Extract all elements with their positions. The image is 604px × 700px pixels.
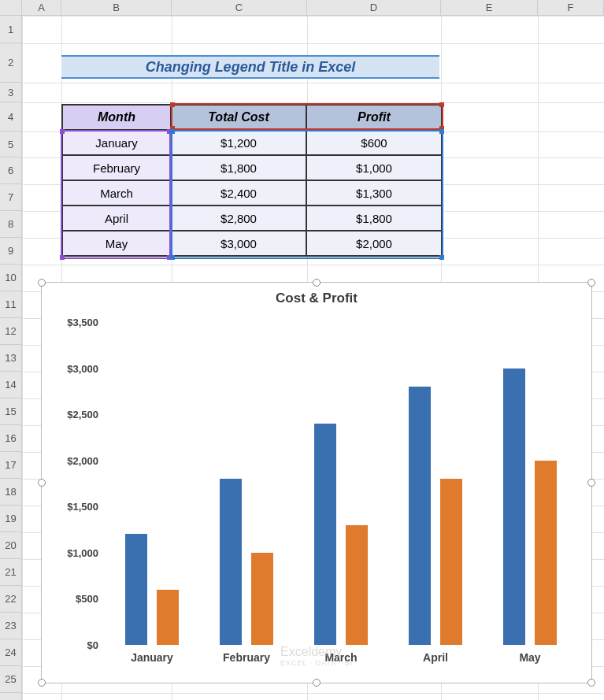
row-header[interactable]: 20 xyxy=(0,532,22,559)
table-row: January$1,200$600 xyxy=(62,130,442,155)
column-header[interactable]: E xyxy=(441,0,538,16)
cell-month[interactable]: May xyxy=(62,231,171,256)
sheet-title-banner: Changing Legend Title in Excel xyxy=(61,55,439,79)
row-header[interactable]: 9 xyxy=(0,238,22,265)
row-header[interactable]: 26 xyxy=(0,693,22,700)
column-header[interactable]: B xyxy=(61,0,172,16)
bar-cost[interactable] xyxy=(220,479,242,645)
cell-profit[interactable]: $1,000 xyxy=(306,155,442,180)
y-axis-tick: $3,500 xyxy=(50,317,98,328)
chart-plot-area[interactable]: $0$500$1,000$1,500$2,000$2,500$3,000$3,5… xyxy=(105,322,577,645)
cell-month[interactable]: March xyxy=(62,180,171,206)
row-header[interactable]: 17 xyxy=(0,452,22,479)
cell-profit[interactable]: $2,000 xyxy=(306,231,442,256)
row-header[interactable]: 6 xyxy=(0,157,22,184)
chart-resize-handle[interactable] xyxy=(587,479,595,487)
x-axis-label: January xyxy=(131,651,173,664)
row-header[interactable]: 10 xyxy=(0,265,22,291)
row-header[interactable]: 11 xyxy=(0,291,22,318)
table-header-row: Month Total Cost Profit xyxy=(62,105,442,130)
table-row: April$2,800$1,800 xyxy=(62,206,442,231)
row-header[interactable]: 24 xyxy=(0,639,22,666)
row-header[interactable]: 1 xyxy=(0,16,22,43)
spreadsheet-grid[interactable]: ABCDEF 123456789101112131415161718192021… xyxy=(0,0,604,700)
chart-resize-handle[interactable] xyxy=(38,279,46,287)
table-row: March$2,400$1,300 xyxy=(62,180,442,206)
cell-cost[interactable]: $1,200 xyxy=(171,130,306,155)
row-header[interactable]: 19 xyxy=(0,506,22,532)
row-header[interactable]: 14 xyxy=(0,372,22,398)
y-axis-tick: $3,000 xyxy=(50,362,98,374)
chart-resize-handle[interactable] xyxy=(313,279,321,287)
cell-profit[interactable]: $1,300 xyxy=(306,180,442,206)
chart-resize-handle[interactable] xyxy=(38,679,46,687)
row-header[interactable]: 22 xyxy=(0,586,22,613)
row-header[interactable]: 21 xyxy=(0,559,22,586)
cell-cost[interactable]: $1,800 xyxy=(171,155,306,180)
chart-resize-handle[interactable] xyxy=(587,279,595,287)
bar-cost[interactable] xyxy=(125,534,147,645)
y-axis-tick: $1,500 xyxy=(50,501,98,513)
select-all-corner[interactable] xyxy=(0,0,22,16)
row-header[interactable]: 23 xyxy=(0,613,22,639)
row-header[interactable]: 13 xyxy=(0,345,22,372)
bar-profit[interactable] xyxy=(535,461,557,645)
bar-cost[interactable] xyxy=(314,424,336,645)
row-header[interactable]: 8 xyxy=(0,211,22,238)
row-header[interactable]: 16 xyxy=(0,425,22,452)
header-month[interactable]: Month xyxy=(62,105,171,130)
row-header[interactable]: 5 xyxy=(0,131,22,157)
x-axis-label: February xyxy=(223,651,270,664)
bar-profit[interactable] xyxy=(440,479,462,645)
chart-resize-handle[interactable] xyxy=(587,679,595,687)
column-header[interactable]: D xyxy=(307,0,441,16)
cell-cost[interactable]: $3,000 xyxy=(171,231,306,256)
cell-profit[interactable]: $1,800 xyxy=(306,206,442,231)
x-axis-label: March xyxy=(324,651,357,664)
table-row: February$1,800$1,000 xyxy=(62,155,442,180)
column-header[interactable]: A xyxy=(22,0,61,16)
chart-resize-handle[interactable] xyxy=(38,479,46,487)
row-header[interactable]: 25 xyxy=(0,666,22,693)
cell-cost[interactable]: $2,400 xyxy=(171,180,306,206)
cell-month[interactable]: April xyxy=(62,206,171,231)
x-axis-label: May xyxy=(519,651,540,664)
chart-object[interactable]: Cost & Profit $0$500$1,000$1,500$2,000$2… xyxy=(41,282,592,683)
row-header[interactable]: 12 xyxy=(0,318,22,345)
row-header[interactable]: 15 xyxy=(0,398,22,425)
data-table[interactable]: Month Total Cost Profit January$1,200$60… xyxy=(61,104,443,257)
y-axis-tick: $0 xyxy=(50,639,98,651)
header-profit[interactable]: Profit xyxy=(306,105,442,130)
y-axis-tick: $1,000 xyxy=(50,546,98,558)
y-axis-tick: $2,000 xyxy=(50,454,98,466)
cell-month[interactable]: February xyxy=(62,155,171,180)
bar-profit[interactable] xyxy=(251,553,273,645)
table-row: May$3,000$2,000 xyxy=(62,231,442,256)
column-header[interactable]: C xyxy=(172,0,307,16)
x-axis-label: April xyxy=(423,651,448,664)
cell-month[interactable]: January xyxy=(62,130,171,155)
chart-resize-handle[interactable] xyxy=(313,679,321,687)
header-cost[interactable]: Total Cost xyxy=(171,105,306,130)
row-header[interactable]: 7 xyxy=(0,184,22,211)
chart-title[interactable]: Cost & Profit xyxy=(42,291,591,306)
sheet-title-text: Changing Legend Title in Excel xyxy=(146,59,356,76)
bar-cost[interactable] xyxy=(503,369,525,645)
row-header[interactable]: 18 xyxy=(0,479,22,506)
row-header[interactable]: 2 xyxy=(0,43,22,83)
y-axis-tick: $2,500 xyxy=(50,409,98,420)
cell-profit[interactable]: $600 xyxy=(306,130,442,155)
bar-profit[interactable] xyxy=(157,590,179,645)
y-axis-tick: $500 xyxy=(50,593,98,605)
row-header[interactable]: 3 xyxy=(0,83,22,102)
cell-cost[interactable]: $2,800 xyxy=(171,206,306,231)
bar-profit[interactable] xyxy=(346,525,368,645)
row-header[interactable]: 4 xyxy=(0,102,22,131)
bar-cost[interactable] xyxy=(409,387,431,645)
column-header[interactable]: F xyxy=(538,0,604,16)
